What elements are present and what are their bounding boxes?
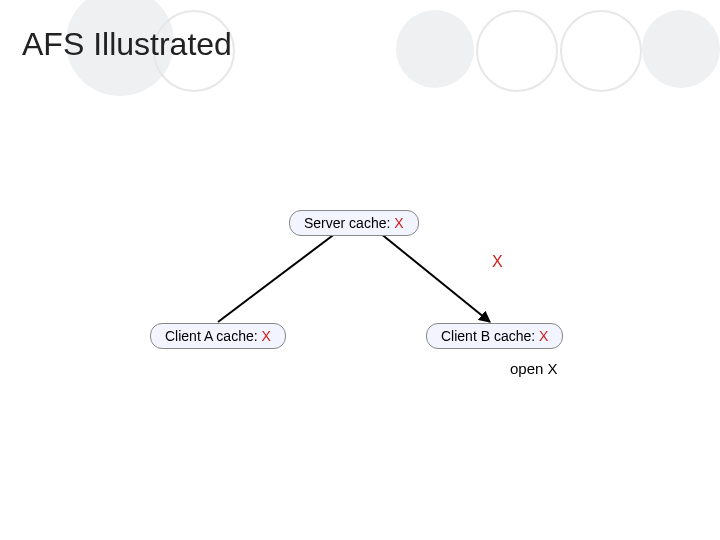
client-b-label-prefix: Client B cache: [441,328,539,344]
client-a-label-prefix: Client A cache: [165,328,262,344]
decor-circle-2 [476,10,558,92]
server-label-prefix: Server cache: [304,215,394,231]
decor-circle-5 [642,10,720,88]
decor-circle-3 [560,10,642,92]
client-a-node: Client A cache: X [150,323,286,349]
client-b-value: X [539,328,548,344]
decor-circle-4 [396,10,474,88]
client-b-node: Client B cache: X [426,323,563,349]
server-value: X [394,215,403,231]
edge-label: X [492,253,503,271]
action-label: open X [510,360,558,377]
server-node: Server cache: X [289,210,419,236]
svg-line-1 [380,233,490,322]
slide-title: AFS Illustrated [22,26,232,63]
svg-line-0 [218,233,336,322]
client-a-value: X [262,328,271,344]
